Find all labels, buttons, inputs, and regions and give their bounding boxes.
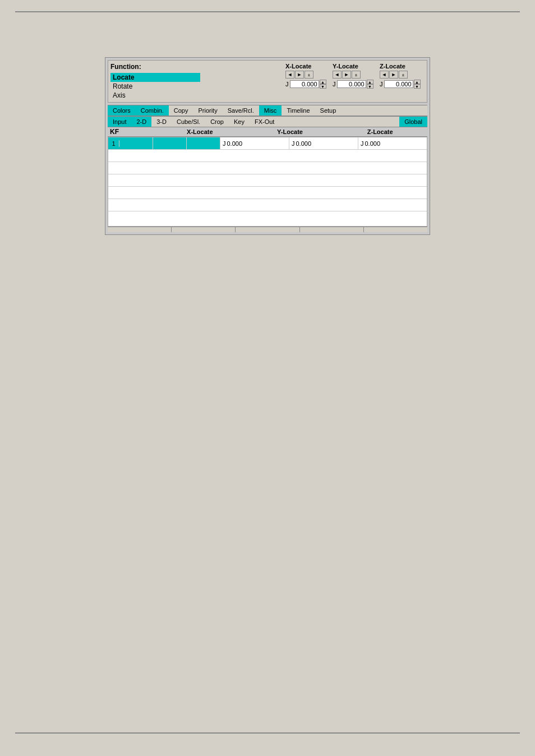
scrollbar-hint xyxy=(108,227,427,232)
z-locate-input-wrapper xyxy=(384,80,413,88)
row-z-j-label: J xyxy=(361,140,364,147)
z-locate-spin-btns: ▲ ▼ xyxy=(414,80,421,89)
table-row-empty-4 xyxy=(108,187,427,199)
z-locate-spin-down[interactable]: ▼ xyxy=(414,84,421,89)
z-locate-pm-btn[interactable]: ± xyxy=(399,71,408,79)
x-locate-input-row: J ▲ ▼ xyxy=(285,80,326,89)
tab-global[interactable]: Global xyxy=(399,117,427,127)
z-locate-right-btn[interactable]: ► xyxy=(389,71,398,79)
tab-priority[interactable]: Priority xyxy=(193,105,222,116)
y-locate-input-wrapper xyxy=(337,80,366,88)
row-x-locate: J 0.000 xyxy=(220,137,289,149)
row-z-locate: J 0.000 xyxy=(358,137,427,149)
scroll-seg-5[interactable] xyxy=(364,227,427,232)
tabs-row-1: Colors Combin. Copy Priority Save/Rcl. M… xyxy=(108,105,427,116)
data-area: 1 J 0.000 J 0.000 J 0.000 xyxy=(108,137,427,227)
kf-header: KF X-Locate Y-Locate Z-Locate xyxy=(108,127,427,137)
x-locate-input[interactable] xyxy=(290,80,319,88)
function-item-locate[interactable]: Locate xyxy=(110,73,200,82)
y-locate-input-row: J ▲ ▼ xyxy=(333,80,373,89)
z-locate-j-label: J xyxy=(380,81,383,87)
function-spacer xyxy=(200,63,285,100)
x-locate-left-btn[interactable]: ◄ xyxy=(285,71,294,79)
top-divider xyxy=(15,11,520,12)
row-col1 xyxy=(119,137,153,149)
function-section: Function: Locate Rotate Axis X-Locate ◄ … xyxy=(108,60,427,103)
x-locate-spin-down[interactable]: ▼ xyxy=(320,84,326,89)
y-locate-title: Y-Locate xyxy=(333,63,358,70)
z-locate-input[interactable] xyxy=(384,80,413,88)
y-locate-input[interactable] xyxy=(337,80,366,88)
function-item-axis[interactable]: Axis xyxy=(110,91,200,100)
tab-misc[interactable]: Misc xyxy=(259,105,282,116)
kf-z-locate-header: Z-Locate xyxy=(335,128,425,135)
scroll-seg-2[interactable] xyxy=(172,227,236,232)
z-locate-title: Z-Locate xyxy=(380,63,405,70)
z-locate-group: Z-Locate ◄ ► ± J ▲ ▼ xyxy=(380,63,425,89)
tab-key[interactable]: Key xyxy=(229,117,250,127)
tab-crop[interactable]: Crop xyxy=(205,117,229,127)
tab-fx-out[interactable]: FX-Out xyxy=(250,117,279,127)
kf-y-locate-header: Y-Locate xyxy=(245,128,335,135)
function-item-rotate[interactable]: Rotate xyxy=(110,82,200,91)
x-locate-group: X-Locate ◄ ► ± J ▲ ▼ xyxy=(285,63,330,89)
kf-x-locate-header: X-Locate xyxy=(155,128,245,135)
tab-colors[interactable]: Colors xyxy=(108,105,136,116)
x-locate-title: X-Locate xyxy=(285,63,311,70)
scroll-seg-4[interactable] xyxy=(300,227,364,232)
y-locate-j-label: J xyxy=(333,81,336,87)
y-locate-pm-btn[interactable]: ± xyxy=(352,71,361,79)
x-locate-input-wrapper xyxy=(290,80,319,88)
row-x-value: 0.000 xyxy=(227,140,243,147)
x-locate-j-label: J xyxy=(285,81,289,87)
row-col3 xyxy=(187,137,220,149)
row-x-j-label: J xyxy=(223,140,226,147)
tab-combin[interactable]: Combin. xyxy=(136,105,169,116)
x-locate-nav-row: ◄ ► ± xyxy=(285,71,313,79)
row-number: 1 xyxy=(108,140,119,147)
locate-controls: X-Locate ◄ ► ± J ▲ ▼ xyxy=(285,63,425,100)
tab-cube-sl[interactable]: Cube/Sl. xyxy=(172,117,205,127)
z-locate-nav-row: ◄ ► ± xyxy=(380,71,408,79)
row-z-value: 0.000 xyxy=(365,140,381,147)
z-locate-left-btn[interactable]: ◄ xyxy=(380,71,389,79)
row-col2 xyxy=(153,137,187,149)
tab-copy[interactable]: Copy xyxy=(169,105,193,116)
z-locate-spin-up[interactable]: ▲ xyxy=(414,80,421,84)
y-locate-spin-down[interactable]: ▼ xyxy=(367,84,373,89)
y-locate-right-btn[interactable]: ► xyxy=(342,71,351,79)
table-row: 1 J 0.000 J 0.000 J 0.000 xyxy=(108,137,427,150)
table-row-empty-2 xyxy=(108,162,427,174)
z-locate-input-row: J ▲ ▼ xyxy=(380,80,421,89)
x-locate-spin-btns: ▲ ▼ xyxy=(320,80,326,89)
tab-save-rcl[interactable]: Save/Rcl. xyxy=(223,105,259,116)
tab-input[interactable]: Input xyxy=(108,117,131,127)
bottom-divider xyxy=(15,732,520,734)
tab-2d[interactable]: 2-D xyxy=(131,117,151,127)
y-locate-nav-row: ◄ ► ± xyxy=(333,71,361,79)
row-y-value: 0.000 xyxy=(296,140,312,147)
y-locate-spin-btns: ▲ ▼ xyxy=(367,80,373,89)
function-label: Function: xyxy=(110,63,200,71)
main-panel: Function: Locate Rotate Axis X-Locate ◄ … xyxy=(105,57,430,235)
row-y-locate: J 0.000 xyxy=(289,137,358,149)
page-container: Function: Locate Rotate Axis X-Locate ◄ … xyxy=(0,0,535,756)
table-row-empty-1 xyxy=(108,150,427,162)
y-locate-group: Y-Locate ◄ ► ± J ▲ ▼ xyxy=(333,63,377,89)
tabs-row-2: Input 2-D 3-D Cube/Sl. Crop Key FX-Out G… xyxy=(108,116,427,127)
scroll-seg-1[interactable] xyxy=(108,227,172,232)
table-row-empty-5 xyxy=(108,199,427,211)
tab-3d[interactable]: 3-D xyxy=(151,117,172,127)
x-locate-right-btn[interactable]: ► xyxy=(295,71,304,79)
function-list: Function: Locate Rotate Axis xyxy=(110,63,200,100)
kf-label: KF xyxy=(110,128,155,136)
table-row-empty-3 xyxy=(108,174,427,187)
row-y-j-label: J xyxy=(292,140,295,147)
x-locate-pm-btn[interactable]: ± xyxy=(305,71,313,79)
y-locate-left-btn[interactable]: ◄ xyxy=(333,71,342,79)
tab-timeline[interactable]: Timeline xyxy=(282,105,315,116)
tab-setup[interactable]: Setup xyxy=(315,105,342,116)
y-locate-spin-up[interactable]: ▲ xyxy=(367,80,373,84)
x-locate-spin-up[interactable]: ▲ xyxy=(320,80,326,84)
scroll-seg-3[interactable] xyxy=(236,227,299,232)
